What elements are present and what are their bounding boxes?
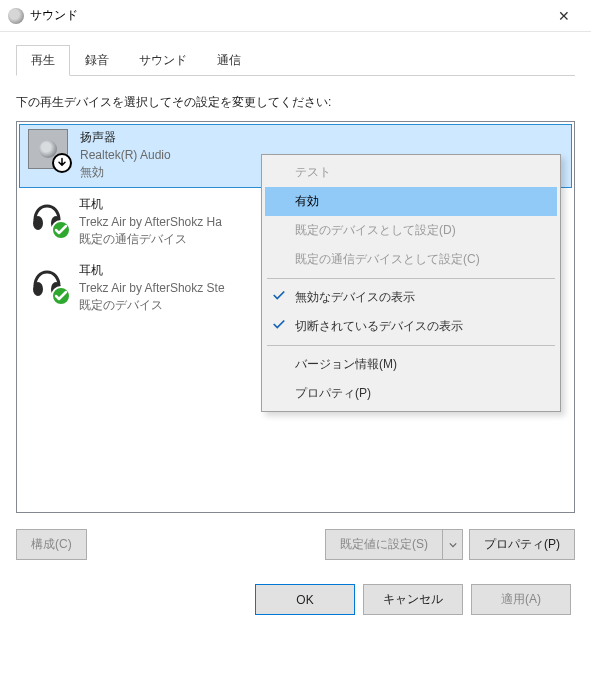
set-default-button[interactable]: 既定値に設定(S) <box>325 529 443 560</box>
headset-icon <box>27 196 67 236</box>
device-subtitle: Realtek(R) Audio <box>80 148 171 162</box>
set-default-dropdown[interactable] <box>443 529 463 560</box>
device-status: 既定の通信デバイス <box>79 231 222 248</box>
device-subtitle: Trekz Air by AfterShokz Ste <box>79 281 225 295</box>
headset-icon <box>27 262 67 302</box>
tab-recording[interactable]: 録音 <box>70 45 124 76</box>
ctx-set-default-comm[interactable]: 既定の通信デバイスとして設定(C) <box>265 245 557 274</box>
ctx-label: 無効なデバイスの表示 <box>295 290 415 304</box>
check-overlay-icon <box>51 220 71 240</box>
app-icon <box>8 8 24 24</box>
ctx-properties[interactable]: プロパティ(P) <box>265 379 557 408</box>
ctx-show-disabled[interactable]: 無効なデバイスの表示 <box>265 283 557 312</box>
ctx-test[interactable]: テスト <box>265 158 557 187</box>
ctx-label: 切断されているデバイスの表示 <box>295 319 463 333</box>
device-title: 耳机 <box>79 262 225 279</box>
tab-bar: 再生 録音 サウンド 通信 <box>16 44 575 76</box>
ctx-show-disconnected[interactable]: 切断されているデバイスの表示 <box>265 312 557 341</box>
device-list: 扬声器 Realtek(R) Audio 無効 耳机 Trekz Air by … <box>16 121 575 513</box>
check-icon <box>272 288 286 302</box>
properties-button[interactable]: プロパティ(P) <box>469 529 575 560</box>
tab-communications[interactable]: 通信 <box>202 45 256 76</box>
ok-button[interactable]: OK <box>255 584 355 615</box>
device-status: 既定のデバイス <box>79 297 225 314</box>
svg-point-0 <box>33 216 43 230</box>
configure-button[interactable]: 構成(C) <box>16 529 87 560</box>
check-overlay-icon <box>51 286 71 306</box>
context-menu: テスト 有効 既定のデバイスとして設定(D) 既定の通信デバイスとして設定(C)… <box>261 154 561 412</box>
ctx-about[interactable]: バージョン情報(M) <box>265 350 557 379</box>
check-icon <box>272 317 286 331</box>
device-status: 無効 <box>80 164 171 181</box>
tab-sounds[interactable]: サウンド <box>124 45 202 76</box>
close-icon: ✕ <box>558 9 570 23</box>
apply-button[interactable]: 適用(A) <box>471 584 571 615</box>
device-title: 耳机 <box>79 196 222 213</box>
speaker-icon <box>28 129 68 169</box>
cancel-button[interactable]: キャンセル <box>363 584 463 615</box>
chevron-down-icon <box>449 541 457 549</box>
instruction-text: 下の再生デバイスを選択してその設定を変更してください: <box>16 94 575 111</box>
tab-playback[interactable]: 再生 <box>16 45 70 76</box>
titlebar: サウンド ✕ <box>0 0 591 32</box>
ctx-separator <box>267 345 555 346</box>
device-title: 扬声器 <box>80 129 171 146</box>
ctx-enable[interactable]: 有効 <box>265 187 557 216</box>
ctx-set-default[interactable]: 既定のデバイスとして設定(D) <box>265 216 557 245</box>
device-subtitle: Trekz Air by AfterShokz Ha <box>79 215 222 229</box>
svg-point-2 <box>33 282 43 296</box>
disabled-overlay-icon <box>52 153 72 173</box>
ctx-separator <box>267 278 555 279</box>
close-button[interactable]: ✕ <box>541 1 587 31</box>
window-title: サウンド <box>30 7 541 24</box>
